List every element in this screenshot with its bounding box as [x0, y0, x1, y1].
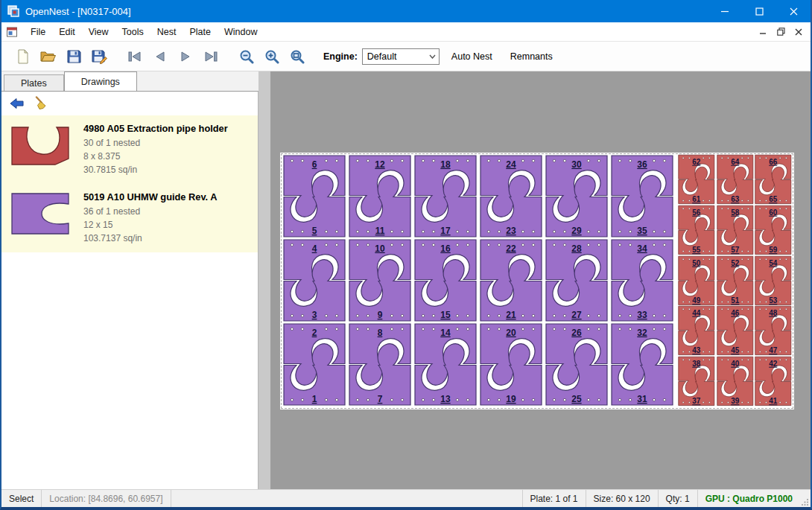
nest-part-pair[interactable]: 1211	[347, 154, 413, 238]
child-restore-button[interactable]	[772, 25, 790, 39]
nest-part-pair[interactable]: 3635	[609, 154, 675, 238]
app-icon	[7, 5, 19, 17]
nest-part-pair[interactable]: 4241	[754, 356, 793, 407]
menu-bar: File Edit View Tools Nest Plate Window	[1, 22, 811, 42]
zoom-in-button[interactable]	[259, 45, 285, 68]
zoom-out-button[interactable]	[234, 45, 259, 68]
nest-part-pair[interactable]: 4645	[716, 305, 755, 356]
nest-part-pair[interactable]: 5857	[716, 205, 755, 255]
engine-dropdown[interactable]: Default	[362, 48, 440, 65]
zoom-fit-button[interactable]	[285, 45, 310, 68]
child-minimize-button[interactable]	[754, 25, 772, 39]
drawing-list: 4980 A05 Extraction pipe holder 30 of 1 …	[1, 115, 258, 252]
menu-tools[interactable]: Tools	[115, 24, 150, 40]
menu-plate[interactable]: Plate	[183, 24, 218, 40]
next-plate-button[interactable]	[173, 45, 198, 68]
window-minimize-button[interactable]	[708, 0, 742, 22]
svg-text:58: 58	[731, 208, 739, 216]
nest-part-pair[interactable]: 5453	[754, 255, 793, 306]
menu-window[interactable]: Window	[218, 24, 264, 40]
tab-plates[interactable]: Plates	[4, 74, 64, 91]
new-button[interactable]	[10, 45, 36, 68]
nest-part-pair[interactable]: 6059	[754, 205, 793, 255]
nest-part-pair[interactable]: 87	[347, 322, 413, 407]
first-arrow-icon	[127, 51, 142, 63]
child-restore-icon	[777, 28, 785, 36]
nest-part-pair[interactable]: 4039	[716, 356, 755, 407]
nest-part-pair[interactable]: 3837	[677, 356, 716, 407]
remnants-button[interactable]: Remnants	[504, 47, 559, 66]
cleanup-button[interactable]	[31, 95, 51, 112]
tab-drawings[interactable]: Drawings	[64, 71, 137, 91]
svg-text:1: 1	[312, 394, 317, 404]
nest-part-pair[interactable]: 5049	[677, 255, 716, 306]
nest-part-pair[interactable]: 3029	[544, 154, 609, 238]
svg-text:25: 25	[571, 394, 582, 404]
engine-value: Default	[367, 51, 397, 62]
nest-part-pair[interactable]: 2019	[478, 322, 544, 407]
nest-part-pair[interactable]: 4847	[754, 305, 793, 356]
document-system-icon	[6, 26, 18, 38]
auto-nest-button[interactable]: Auto Nest	[445, 47, 498, 66]
child-close-button[interactable]	[790, 25, 808, 39]
svg-text:12: 12	[375, 159, 385, 170]
zoom-in-icon	[264, 49, 279, 64]
resize-grip[interactable]	[800, 490, 811, 507]
nest-part-pair[interactable]: 4443	[677, 305, 716, 356]
nest-part-pair[interactable]: 2423	[478, 154, 544, 238]
svg-text:17: 17	[440, 226, 451, 236]
svg-text:20: 20	[506, 328, 516, 338]
title-bar[interactable]: OpenNest - [N0317-004]	[1, 0, 811, 22]
window-close-button[interactable]	[776, 0, 811, 22]
nest-part-pair[interactable]: 2221	[478, 238, 544, 322]
svg-text:31: 31	[637, 394, 647, 404]
menu-file[interactable]: File	[24, 24, 52, 40]
first-plate-button[interactable]	[122, 45, 148, 68]
nest-part-pair[interactable]: 109	[347, 238, 413, 322]
return-parts-button[interactable]	[7, 95, 27, 112]
window-maximize-button[interactable]	[742, 0, 776, 22]
status-location: Location: [84.8696, 60.6957]	[41, 490, 171, 507]
previous-arrow-icon	[154, 51, 166, 63]
svg-text:3: 3	[312, 310, 317, 320]
drawing-item-extraction-pipe-holder[interactable]: 4980 A05 Extraction pipe holder 30 of 1 …	[1, 115, 258, 184]
status-size: Size: 60 x 120	[586, 490, 658, 507]
nest-part-pair[interactable]: 65	[282, 154, 347, 238]
nest-part-pair[interactable]: 43	[282, 238, 347, 322]
previous-plate-button[interactable]	[148, 45, 173, 68]
nest-part-pair[interactable]: 5251	[716, 255, 755, 306]
nest-part-pair[interactable]: 1413	[413, 322, 478, 407]
menu-view[interactable]: View	[82, 24, 115, 40]
svg-text:24: 24	[506, 159, 516, 170]
nest-part-pair[interactable]: 3433	[609, 238, 675, 322]
svg-text:27: 27	[571, 310, 582, 320]
nest-part-pair[interactable]: 1615	[413, 238, 478, 322]
nest-canvas-viewport[interactable]: 6512111817242330293635431091615222128273…	[258, 71, 811, 489]
plate-sheet: 6512111817242330293635431091615222128273…	[280, 153, 794, 409]
menu-nest[interactable]: Nest	[150, 24, 183, 40]
nest-part-pair[interactable]: 21	[282, 322, 347, 407]
drawing-item-uhmw-guide[interactable]: 5019 A10 UHMW guide Rev. A 36 of 1 neste…	[1, 184, 258, 252]
svg-text:60: 60	[769, 208, 777, 216]
save-as-button[interactable]	[86, 45, 112, 68]
save-button[interactable]	[61, 45, 86, 68]
menu-edit[interactable]: Edit	[52, 24, 82, 40]
nest-part-pair[interactable]: 5655	[677, 205, 716, 255]
nest-part-pair[interactable]: 6261	[677, 154, 716, 205]
status-qty: Qty: 1	[658, 490, 697, 507]
zoom-out-icon	[239, 49, 254, 64]
nest-part-pair[interactable]: 6665	[754, 154, 793, 205]
nest-part-pair[interactable]: 6463	[716, 154, 755, 205]
last-plate-button[interactable]	[198, 45, 223, 68]
nest-part-pair[interactable]: 1817	[413, 154, 478, 238]
svg-text:56: 56	[692, 208, 700, 216]
nest-part-pair[interactable]: 3231	[609, 322, 675, 407]
svg-text:62: 62	[692, 158, 700, 166]
nest-part-pair[interactable]: 2625	[544, 322, 609, 407]
open-button[interactable]	[36, 45, 61, 68]
purple-part-shape	[12, 194, 69, 234]
svg-text:4: 4	[312, 243, 317, 254]
minimize-icon	[721, 7, 729, 16]
svg-text:30: 30	[571, 159, 582, 170]
nest-part-pair[interactable]: 2827	[544, 238, 609, 322]
